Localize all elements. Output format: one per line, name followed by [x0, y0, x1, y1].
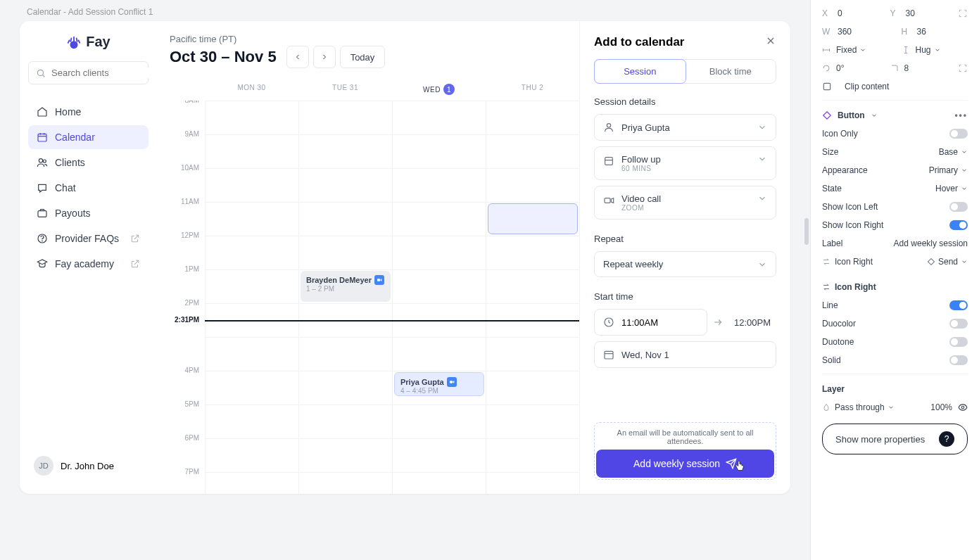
nav-faqs[interactable]: Provider FAQs [28, 227, 149, 250]
toggle-duocolor[interactable] [949, 319, 968, 329]
toggle-solid[interactable] [949, 355, 968, 365]
blend-mode[interactable]: Pass through [835, 402, 895, 412]
nav-calendar[interactable]: Calendar [28, 125, 149, 149]
svg-point-7 [39, 159, 42, 163]
chat-icon [37, 182, 48, 193]
show-more-properties[interactable]: Show more properties ? [822, 424, 968, 454]
close-button[interactable] [765, 35, 776, 49]
checkbox-icon[interactable] [822, 82, 832, 91]
prop-label: Label [822, 238, 842, 248]
chevron-down-icon [961, 185, 968, 192]
col-mon[interactable] [205, 101, 298, 494]
svg-rect-14 [450, 381, 453, 383]
search-input[interactable] [28, 61, 149, 84]
svg-marker-15 [453, 381, 454, 383]
nav-chat[interactable]: Chat [28, 176, 149, 200]
search-field[interactable] [51, 68, 170, 78]
sidebar: Fay Home Calendar Clients [20, 21, 157, 494]
canvas-scrollbar[interactable] [804, 218, 809, 245]
chevron-down-icon [961, 148, 968, 155]
insp-sizing-h[interactable]: Hug [916, 45, 941, 55]
eye-icon[interactable] [958, 402, 968, 412]
clip-content-label[interactable]: Clip content [845, 82, 889, 91]
zoom-icon [447, 377, 457, 387]
align-icon[interactable] [958, 8, 968, 18]
svg-rect-12 [377, 279, 380, 281]
nav-label: Calendar [55, 132, 95, 143]
user-name: Dr. John Doe [61, 461, 114, 471]
today-badge: 1 [443, 84, 455, 95]
client-select[interactable]: Priya Gupta [594, 114, 776, 141]
type-sublabel: 60 MINS [621, 165, 661, 172]
prev-week-button[interactable] [286, 46, 309, 68]
prop-size[interactable]: Base [939, 147, 968, 157]
prop-icon-right[interactable]: Send [927, 257, 968, 267]
nav-label: Payouts [55, 208, 91, 219]
prop-appearance[interactable]: Primary [929, 165, 968, 175]
help-badge[interactable]: ? [939, 431, 954, 447]
toggle-show-right[interactable] [949, 220, 968, 230]
opacity-value[interactable]: 100% [930, 402, 952, 412]
start-time-input[interactable]: 11:00AM [594, 309, 707, 336]
prop-state[interactable]: Hover [935, 184, 968, 193]
svg-point-1 [37, 70, 43, 75]
col-wed[interactable]: Priya Gupta 4 – 4:45 PM [392, 101, 486, 494]
nav-academy[interactable]: Fay academy [28, 252, 149, 276]
tab-session[interactable]: Session [594, 59, 686, 84]
today-button[interactable]: Today [340, 46, 386, 68]
insp-h[interactable]: 36 [917, 27, 926, 37]
toggle-duotone[interactable] [949, 337, 968, 347]
col-thu[interactable] [486, 101, 579, 494]
session-type-select[interactable]: Follow up60 MINS [594, 146, 776, 180]
insp-w[interactable]: 360 [838, 27, 852, 37]
arrow-right-icon [713, 317, 723, 327]
insp-key: X [822, 8, 832, 18]
chevron-down-icon [757, 260, 767, 269]
event-priya[interactable]: Priya Gupta 4 – 4:45 PM [394, 372, 484, 396]
button-label: Add weekly session [633, 458, 720, 469]
nav-clients[interactable]: Clients [28, 151, 149, 174]
toggle-line[interactable] [949, 300, 968, 310]
more-icon[interactable]: ••• [954, 110, 968, 120]
home-icon [37, 106, 48, 117]
event-brayden[interactable]: Brayden DeMeyer 1 – 2 PM [301, 271, 391, 302]
insp-radius[interactable]: 8 [904, 63, 909, 73]
start-time-value: 11:00AM [621, 317, 658, 328]
calendar-icon [37, 132, 48, 143]
brand-name: Fay [86, 34, 110, 50]
add-weekly-session-button[interactable]: Add weekly session [596, 450, 774, 478]
corners-icon[interactable] [958, 63, 968, 73]
nav-payouts[interactable]: Payouts [28, 201, 149, 225]
prop-label: Appearance [822, 165, 868, 175]
chevron-down-icon [757, 122, 767, 132]
diamond-icon [927, 257, 935, 266]
tab-block-time[interactable]: Block time [686, 60, 776, 83]
toggle-icon-only[interactable] [949, 129, 968, 139]
type-value: Follow up [621, 154, 661, 165]
date-input[interactable]: Wed, Nov 1 [594, 341, 776, 368]
insp-sizing-w[interactable]: Fixed [836, 45, 866, 55]
location-select[interactable]: Video callZOOM [594, 186, 776, 219]
toggle-show-left[interactable] [949, 202, 968, 212]
radius-icon [890, 64, 899, 72]
help-icon [37, 233, 48, 244]
day-wed: WED1 [392, 78, 486, 101]
prop-label: Icon Only [822, 129, 858, 139]
user-profile[interactable]: JD Dr. John Doe [28, 450, 149, 481]
repeat-select[interactable]: Repeat weekly [594, 251, 776, 277]
show-more-label: Show more properties [835, 434, 925, 445]
component-name[interactable]: Button [838, 110, 865, 120]
client-value: Priya Gupta [621, 122, 670, 133]
col-tue[interactable]: Brayden DeMeyer 1 – 2 PM [298, 101, 392, 494]
insp-rotation[interactable]: 0° [836, 63, 844, 73]
date-value: Wed, Nov 1 [621, 350, 669, 360]
next-week-button[interactable] [313, 46, 336, 68]
nav-home[interactable]: Home [28, 100, 149, 124]
blend-icon [822, 403, 830, 412]
insp-x[interactable]: 0 [838, 8, 842, 18]
prop-label-value[interactable]: Add weekly session [894, 238, 968, 248]
end-time-value: 12:00PM [728, 317, 776, 328]
event-selected-slot[interactable] [488, 203, 578, 234]
insp-y[interactable]: 30 [906, 8, 915, 18]
calendar-grid[interactable]: 8AM 9AM 10AM 11AM 12PM 1PM 2PM 4PM 5PM 6… [170, 101, 579, 494]
